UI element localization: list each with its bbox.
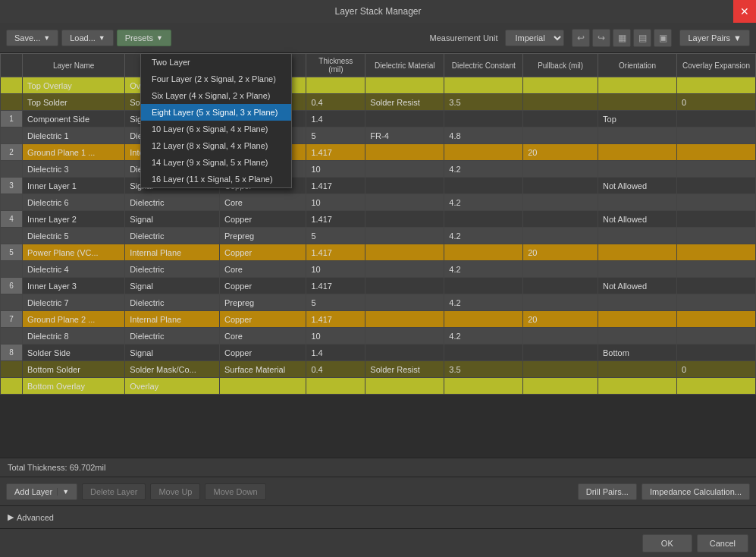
row-pullback <box>523 127 598 144</box>
row-orientation <box>598 161 677 178</box>
row-num <box>1 228 23 244</box>
layer-table: Layer Name Type Material Thickness (mil)… <box>0 53 756 395</box>
drill-pairs-button[interactable]: Drill Pairs... <box>578 483 637 500</box>
col-header-diel-const: Dielectric Constant <box>444 54 523 77</box>
row-thickness: 1.417 <box>306 278 365 294</box>
measurement-select[interactable]: Imperial Metric <box>505 30 564 46</box>
row-name: Inner Layer 2 <box>23 211 125 228</box>
row-type: Signal <box>125 278 220 294</box>
list-view-button[interactable]: ▤ <box>633 29 651 47</box>
grid-view-button[interactable]: ▦ <box>613 29 631 47</box>
move-down-button[interactable]: Move Down <box>205 483 265 500</box>
row-diel-mat <box>365 311 444 328</box>
dialog-footer: OK Cancel <box>0 528 756 557</box>
delete-layer-button[interactable]: Delete Layer <box>82 483 146 500</box>
row-type: Signal <box>125 345 220 361</box>
row-thickness: 1.417 <box>306 144 365 161</box>
dropdown-item[interactable]: Eight Layer (5 x Signal, 3 x Plane) <box>141 104 291 121</box>
row-name: Solder Side <box>23 345 125 361</box>
dropdown-item[interactable]: Six Layer (4 x Signal, 2 x Plane) <box>141 87 291 104</box>
dropdown-item[interactable]: 14 Layer (9 x Signal, 5 x Plane) <box>141 154 291 171</box>
row-coverlay <box>676 228 755 244</box>
row-num <box>1 94 23 111</box>
table-row[interactable]: 6 Inner Layer 3 Signal Copper 1.417 Not … <box>1 278 756 294</box>
table-row[interactable]: 2 Ground Plane 1 ... Internal Plane Copp… <box>1 144 756 161</box>
table-row[interactable]: Top Overlay Overlay <box>1 77 756 94</box>
row-orientation <box>598 378 677 395</box>
save-button[interactable]: Save... ▼ <box>6 30 58 46</box>
row-num <box>1 328 23 345</box>
row-name: Dielectric 1 <box>23 127 125 144</box>
table-row[interactable]: Dielectric 8 Dielectric Core 10 4.2 <box>1 328 756 345</box>
table-row[interactable]: Dielectric 3 Dielectric Core 10 4.2 <box>1 161 756 178</box>
cancel-button[interactable]: Cancel <box>697 534 748 552</box>
dropdown-item[interactable]: 10 Layer (6 x Signal, 4 x Plane) <box>141 121 291 137</box>
table-container: Layer Name Type Material Thickness (mil)… <box>0 53 756 458</box>
row-diel-mat <box>365 228 444 244</box>
row-pullback <box>523 178 598 194</box>
row-num: 7 <box>1 311 23 328</box>
row-name: Inner Layer 3 <box>23 278 125 294</box>
dropdown-item[interactable]: 12 Layer (8 x Signal, 4 x Plane) <box>141 137 291 154</box>
row-type: Dielectric <box>125 294 220 311</box>
row-name: Top Solder <box>23 94 125 111</box>
row-coverlay <box>676 261 755 278</box>
table-row[interactable]: 4 Inner Layer 2 Signal Copper 1.417 Not … <box>1 211 756 228</box>
row-num <box>1 361 23 378</box>
table-row[interactable]: Dielectric 1 Dielectric Prepreg 5 FR-4 4… <box>1 127 756 144</box>
row-name: Dielectric 7 <box>23 294 125 311</box>
table-row[interactable]: Top Solder Solder Mask/Co... Surface Mat… <box>1 94 756 111</box>
row-coverlay <box>676 194 755 211</box>
dropdown-item[interactable]: Two Layer <box>141 54 291 71</box>
redo-button[interactable]: ↪ <box>592 29 610 47</box>
table-row[interactable]: 1 Component Side Signal Copper 1.4 Top <box>1 111 756 127</box>
row-diel-const: 3.5 <box>444 361 523 378</box>
row-thickness: 0.4 <box>306 361 365 378</box>
row-coverlay <box>676 378 755 395</box>
row-name: Dielectric 4 <box>23 261 125 278</box>
table-row[interactable]: Dielectric 6 Dielectric Core 10 4.2 <box>1 194 756 211</box>
row-coverlay <box>676 328 755 345</box>
row-diel-const: 4.2 <box>444 328 523 345</box>
table-row[interactable]: 3 Inner Layer 1 Signal Copper 1.417 Not … <box>1 178 756 194</box>
add-layer-button[interactable]: Add Layer ▼ <box>6 483 77 500</box>
undo-button[interactable]: ↩ <box>572 29 590 47</box>
advanced-section[interactable]: ▶ Advanced <box>0 505 756 528</box>
table-row[interactable]: Bottom Solder Solder Mask/Co... Surface … <box>1 361 756 378</box>
row-material: Copper <box>220 244 306 261</box>
row-thickness: 1.4 <box>306 345 365 361</box>
table-row[interactable]: Dielectric 4 Dielectric Core 10 4.2 <box>1 261 756 278</box>
row-type: Dielectric <box>125 261 220 278</box>
table-row[interactable]: Dielectric 7 Dielectric Prepreg 5 4.2 <box>1 294 756 311</box>
settings-button[interactable]: ▣ <box>654 29 672 47</box>
table-row[interactable]: Bottom Overlay Overlay <box>1 378 756 395</box>
impedance-button[interactable]: Impedance Calculation... <box>642 483 750 500</box>
row-num: 3 <box>1 178 23 194</box>
row-diel-const: 3.5 <box>444 94 523 111</box>
load-arrow-icon: ▼ <box>99 34 105 42</box>
layer-pairs-button[interactable]: Layer Pairs ▼ <box>679 30 750 46</box>
row-pullback <box>523 211 598 228</box>
row-coverlay <box>676 311 755 328</box>
ok-button[interactable]: OK <box>642 534 692 552</box>
row-orientation <box>598 311 677 328</box>
row-num <box>1 294 23 311</box>
table-row[interactable]: 7 Ground Plane 2 ... Internal Plane Copp… <box>1 311 756 328</box>
row-orientation <box>598 228 677 244</box>
dropdown-item[interactable]: Four Layer (2 x Signal, 2 x Plane) <box>141 71 291 87</box>
load-button[interactable]: Load... ▼ <box>61 30 114 46</box>
close-button[interactable]: ✕ <box>733 0 756 23</box>
presets-button[interactable]: Presets ▼ <box>117 30 171 46</box>
row-orientation: Top <box>598 111 677 127</box>
advanced-label: ▶ Advanced <box>8 512 54 522</box>
row-thickness: 1.417 <box>306 244 365 261</box>
dropdown-item[interactable]: 16 Layer (11 x Signal, 5 x Plane) <box>141 171 291 187</box>
row-pullback <box>523 294 598 311</box>
row-type: Internal Plane <box>125 244 220 261</box>
table-row[interactable]: Dielectric 5 Dielectric Prepreg 5 4.2 <box>1 228 756 244</box>
table-row[interactable]: 5 Power Plane (VC... Internal Plane Copp… <box>1 244 756 261</box>
row-num <box>1 378 23 395</box>
row-diel-const <box>444 378 523 395</box>
move-up-button[interactable]: Move Up <box>150 483 200 500</box>
table-row[interactable]: 8 Solder Side Signal Copper 1.4 Bottom <box>1 345 756 361</box>
